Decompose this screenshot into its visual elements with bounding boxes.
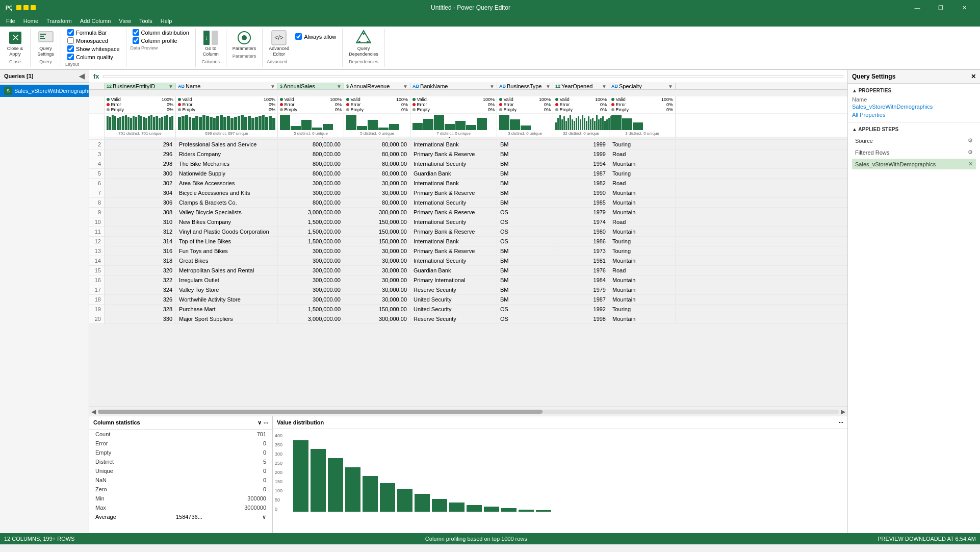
queries-collapse-button[interactable]: ◀ xyxy=(79,72,85,80)
table-row[interactable]: 19 328 Purchase Mart 1,500,000.00 150,00… xyxy=(89,305,847,314)
quick-undo-icon[interactable] xyxy=(23,5,29,10)
quick-redo-icon[interactable] xyxy=(31,5,36,10)
col-stats-collapse[interactable]: ∨ xyxy=(257,419,262,426)
distribution-bar[interactable] xyxy=(484,507,499,512)
always-allow-checkbox[interactable] xyxy=(295,33,302,40)
table-row[interactable]: 16 322 Irregulars Outlet 300,000.00 30,0… xyxy=(89,275,847,285)
menu-view[interactable]: View xyxy=(115,17,135,25)
menu-tools[interactable]: Tools xyxy=(135,17,157,25)
query-settings-close-button[interactable]: ✕ xyxy=(971,73,976,80)
scroll-left-arrow[interactable]: ◀ xyxy=(91,408,96,415)
always-allow-check[interactable]: Always allow xyxy=(293,33,338,40)
monospaced-check[interactable]: Monospaced xyxy=(65,37,110,44)
table-row[interactable]: 12 314 Top of the Line Bikes 1,500,000.0… xyxy=(89,237,847,246)
advanced-editor-button[interactable]: </> AdvancedEditor xyxy=(267,29,291,58)
distribution-bar[interactable] xyxy=(449,503,465,512)
menu-transform[interactable]: Transform xyxy=(42,17,76,25)
quick-save-icon[interactable] xyxy=(16,5,21,10)
column-distribution-checkbox[interactable] xyxy=(133,29,139,36)
distribution-bar[interactable] xyxy=(363,476,378,512)
scroll-right-arrow[interactable]: ▶ xyxy=(841,408,845,415)
formula-bar-checkbox[interactable] xyxy=(67,29,74,36)
col-filter-annualrevenue[interactable]: ▼ xyxy=(403,84,408,89)
distribution-bar[interactable] xyxy=(536,510,551,512)
close-button[interactable]: ✕ xyxy=(952,0,976,15)
table-row[interactable]: 11 312 Vinyl and Plastic Goods Corporati… xyxy=(89,227,847,237)
table-row[interactable]: 8 306 Clamps & Brackets Co. 800,000.00 8… xyxy=(89,198,847,208)
table-row[interactable]: 14 318 Great Bikes 300,000.00 30,000.00 … xyxy=(89,256,847,266)
step-gear-icon[interactable]: ⚙ xyxy=(968,149,973,155)
step-gear-icon[interactable]: ⚙ xyxy=(968,137,973,143)
col-stats-expand-button[interactable]: ∨ xyxy=(262,514,266,520)
col-header-name[interactable]: AB Name ▼ xyxy=(176,83,278,89)
col-filter-specialty[interactable]: ▼ xyxy=(668,84,673,89)
distribution-bar[interactable] xyxy=(501,508,517,512)
formula-bar-check[interactable]: Formula Bar xyxy=(65,29,109,36)
distribution-bar[interactable] xyxy=(311,449,326,512)
table-row[interactable]: 18 326 Worthwhile Activity Store 300,000… xyxy=(89,295,847,305)
distribution-bar[interactable] xyxy=(293,440,308,512)
col-header-yearopened[interactable]: 12 YearOpened ▼ xyxy=(553,83,609,89)
col-filter-annualsales[interactable]: ▼ xyxy=(337,84,342,89)
distribution-bar[interactable] xyxy=(397,489,412,512)
table-row[interactable]: 9 308 Valley Bicycle Specialists 3,000,0… xyxy=(89,208,847,217)
formula-input[interactable] xyxy=(104,75,843,78)
col-header-bankname[interactable]: AB BankName ▼ xyxy=(410,83,497,89)
column-profile-check[interactable]: Column profile xyxy=(131,37,179,44)
col-header-businessentityid[interactable]: 12 BusinessEntityID ▼ xyxy=(105,83,176,89)
table-row[interactable]: 20 330 Major Sport Suppliers 3,000,000.0… xyxy=(89,314,847,324)
table-row[interactable]: 17 324 Valley Toy Store 300,000.00 30,00… xyxy=(89,285,847,295)
menu-home[interactable]: Home xyxy=(19,17,42,25)
col-filter-businesstype[interactable]: ▼ xyxy=(546,84,551,89)
col-header-annualrevenue[interactable]: $ AnnualRevenue ▼ xyxy=(344,83,410,89)
grid-scroll-area[interactable]: 12 BusinessEntityID ▼ AB Name ▼ $ Annual… xyxy=(89,83,847,407)
show-whitespace-checkbox[interactable] xyxy=(67,45,74,52)
column-distribution-check[interactable]: Column distribution xyxy=(131,29,191,36)
table-row[interactable]: 7 304 Bicycle Accessories and Kits 300,0… xyxy=(89,188,847,198)
table-row[interactable]: 6 302 Area Bike Accessories 300,000.00 3… xyxy=(89,179,847,188)
column-quality-check[interactable]: Column quality xyxy=(65,53,115,61)
step-delete-icon[interactable]: ✕ xyxy=(968,161,973,167)
show-whitespace-check[interactable]: Show whitespace xyxy=(65,45,122,53)
minimize-button[interactable]: — xyxy=(906,0,929,15)
query-settings-button[interactable]: QuerySettings xyxy=(35,29,56,58)
all-properties-link[interactable]: All Properties xyxy=(852,112,976,118)
menu-file[interactable]: File xyxy=(2,17,19,25)
menu-help[interactable]: Help xyxy=(157,17,176,25)
column-quality-checkbox[interactable] xyxy=(67,54,74,60)
restore-button[interactable]: ❐ xyxy=(929,0,952,15)
name-prop-value[interactable]: Sales_vStoreWithDemographics xyxy=(852,104,976,110)
col-stats-more[interactable]: ··· xyxy=(264,420,268,426)
distribution-bar[interactable] xyxy=(328,458,343,512)
table-row[interactable]: 5 300 Nationwide Supply 800,000.00 80,00… xyxy=(89,169,847,179)
distribution-bar[interactable] xyxy=(467,505,482,512)
table-row[interactable]: 15 320 Metropolitan Sales and Rental 300… xyxy=(89,266,847,275)
distribution-bar[interactable] xyxy=(432,499,447,512)
table-row[interactable]: 2 294 Professional Sales and Service 800… xyxy=(89,140,847,149)
monospaced-checkbox[interactable] xyxy=(67,37,74,44)
value-dist-more[interactable]: ··· xyxy=(839,419,843,425)
col-filter-businessentityid[interactable]: ▼ xyxy=(168,84,173,89)
distribution-bar[interactable] xyxy=(345,467,360,512)
close-apply-button[interactable]: ✕ Close &Apply xyxy=(5,29,25,58)
table-row[interactable]: 3 296 Riders Company 800,000.00 80,000.0… xyxy=(89,149,847,159)
step-item-sales_vstorewithdemographics[interactable]: Sales_vStoreWithDemographics✕ xyxy=(852,159,976,169)
menu-add-column[interactable]: Add Column xyxy=(76,17,115,25)
table-row[interactable]: 4 298 The Bike Mechanics 800,000.00 80,0… xyxy=(89,159,847,169)
query-item-sales[interactable]: S Sales_vStoreWithDemographics xyxy=(0,85,89,97)
table-row[interactable]: 10 310 New Bikes Company 1,500,000.00 15… xyxy=(89,217,847,227)
col-header-businesstype[interactable]: AB BusinessType ▼ xyxy=(497,83,553,89)
col-filter-yearopened[interactable]: ▼ xyxy=(602,84,607,89)
go-to-column-button[interactable]: ↓ Go toColumn xyxy=(200,29,221,58)
scroll-thumb[interactable] xyxy=(98,410,543,414)
distribution-bar[interactable] xyxy=(380,483,395,512)
col-filter-bankname[interactable]: ▼ xyxy=(489,84,495,89)
step-item-source[interactable]: Source⚙ xyxy=(852,135,976,146)
parameters-button[interactable]: Parameters xyxy=(230,29,259,53)
col-filter-name[interactable]: ▼ xyxy=(270,84,275,89)
col-header-specialty[interactable]: AB Specialty ▼ xyxy=(609,83,676,89)
step-item-filtered-rows[interactable]: Filtered Rows⚙ xyxy=(852,147,976,158)
col-header-annualsales[interactable]: $ AnnualSales ▼ xyxy=(278,83,344,89)
table-row[interactable]: 13 316 Fun Toys and Bikes 300,000.00 30,… xyxy=(89,246,847,256)
query-dependencies-button[interactable]: QueryDependencies xyxy=(347,29,380,58)
